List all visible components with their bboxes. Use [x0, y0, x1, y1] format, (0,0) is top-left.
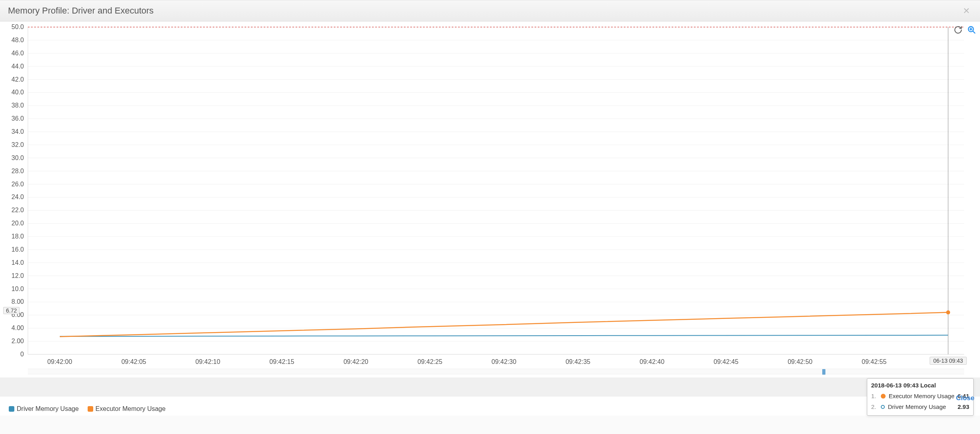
svg-text:12.0: 12.0	[12, 272, 24, 279]
close-link[interactable]: Close	[956, 394, 974, 402]
chart-svg[interactable]: 02.004.006.008.0010.012.014.016.018.020.…	[0, 22, 980, 416]
svg-text:22.0: 22.0	[12, 207, 24, 213]
time-brush[interactable]	[28, 369, 964, 374]
svg-text:18.0: 18.0	[12, 233, 24, 240]
svg-text:09:42:15: 09:42:15	[269, 358, 294, 365]
svg-text:42.0: 42.0	[12, 76, 24, 83]
tooltip-row-driver: 2. Driver Memory Usage 2.93	[871, 401, 969, 412]
panel-header: Memory Profile: Driver and Executors ×	[0, 0, 980, 22]
panel-title: Memory Profile: Driver and Executors	[8, 6, 961, 16]
footer-strip	[0, 377, 980, 397]
svg-text:10.0: 10.0	[12, 285, 24, 292]
svg-text:09:42:25: 09:42:25	[417, 358, 442, 365]
svg-text:44.0: 44.0	[12, 63, 24, 70]
y-hover-flag: 6.72	[3, 307, 20, 314]
refresh-icon[interactable]	[954, 25, 962, 34]
legend-swatch-driver	[9, 406, 14, 412]
legend-swatch-executor	[88, 406, 93, 412]
zoom-in-icon[interactable]	[967, 25, 976, 34]
svg-text:09:42:50: 09:42:50	[788, 358, 812, 365]
svg-text:40.0: 40.0	[12, 89, 24, 96]
svg-text:46.0: 46.0	[12, 50, 24, 57]
svg-text:09:42:05: 09:42:05	[122, 358, 146, 365]
svg-text:32.0: 32.0	[12, 141, 24, 148]
legend-label: Executor Memory Usage	[96, 405, 166, 412]
svg-text:09:42:35: 09:42:35	[566, 358, 590, 365]
svg-text:36.0: 36.0	[12, 115, 24, 122]
svg-text:26.0: 26.0	[12, 181, 24, 188]
svg-text:09:42:45: 09:42:45	[713, 358, 738, 365]
close-icon[interactable]: ×	[961, 4, 972, 17]
svg-text:09:42:10: 09:42:10	[196, 358, 220, 365]
svg-text:0: 0	[20, 351, 24, 358]
bullet-icon	[881, 394, 886, 399]
svg-text:14.0: 14.0	[12, 259, 24, 266]
svg-text:09:42:40: 09:42:40	[640, 358, 664, 365]
svg-text:50.0: 50.0	[12, 23, 24, 30]
legend-item-executor[interactable]: Executor Memory Usage	[88, 405, 166, 412]
svg-line-1	[973, 31, 975, 33]
svg-text:09:42:55: 09:42:55	[862, 358, 886, 365]
chart-toolbar	[954, 25, 976, 34]
tooltip-row-executor: 1. Executor Memory Usage 6.41	[871, 391, 969, 401]
svg-text:20.0: 20.0	[12, 220, 24, 227]
svg-text:38.0: 38.0	[12, 102, 24, 109]
svg-text:24.0: 24.0	[12, 194, 24, 200]
svg-text:34.0: 34.0	[12, 128, 24, 135]
svg-text:30.0: 30.0	[12, 154, 24, 161]
brush-handle[interactable]	[822, 369, 825, 375]
svg-text:48.0: 48.0	[12, 37, 24, 43]
tooltip-timestamp: 2018-06-13 09:43 Local	[871, 382, 969, 389]
svg-text:16.0: 16.0	[12, 246, 24, 253]
chart-area: 02.004.006.008.0010.012.014.016.018.020.…	[0, 22, 980, 416]
svg-text:2.00: 2.00	[12, 338, 24, 344]
memory-profile-panel: Memory Profile: Driver and Executors × 0…	[0, 0, 980, 416]
svg-text:09:42:00: 09:42:00	[47, 358, 72, 365]
x-hover-flag: 06-13 09:43	[930, 357, 967, 365]
svg-text:28.0: 28.0	[12, 168, 24, 174]
svg-text:4.00: 4.00	[12, 325, 24, 331]
svg-text:09:42:20: 09:42:20	[343, 358, 368, 365]
svg-text:8.00: 8.00	[12, 298, 24, 305]
chart-legend: Driver Memory Usage Executor Memory Usag…	[9, 405, 166, 412]
legend-item-driver[interactable]: Driver Memory Usage	[9, 405, 79, 412]
svg-text:09:42:30: 09:42:30	[492, 358, 516, 365]
legend-label: Driver Memory Usage	[17, 405, 79, 412]
bullet-open-icon	[881, 405, 885, 409]
svg-point-72	[946, 311, 950, 315]
